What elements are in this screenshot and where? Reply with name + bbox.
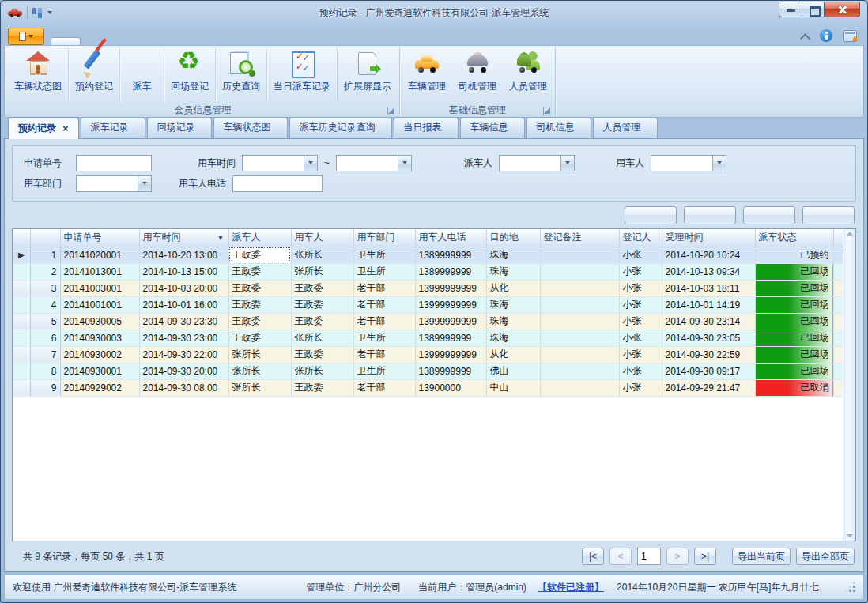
order-no-cell[interactable]: 20140930003 xyxy=(60,330,139,346)
department-cell[interactable]: 卫生所 xyxy=(353,247,415,263)
dispatcher-cell[interactable]: 王政委 xyxy=(228,313,291,330)
scroll-down-icon[interactable] xyxy=(847,534,853,538)
status-cell[interactable]: 已回场 xyxy=(755,363,833,379)
department-cell[interactable]: 老干部 xyxy=(353,280,415,296)
dispatcher-cell[interactable]: 王政委 xyxy=(228,263,291,280)
column-header[interactable]: 目的地 xyxy=(486,229,540,247)
order-no-cell[interactable]: 20140930005 xyxy=(60,313,139,330)
action-button[interactable] xyxy=(625,206,677,224)
use-time-cell[interactable]: 2014-09-30 20:00 xyxy=(139,363,228,379)
accept-time-cell[interactable]: 2014-10-13 09:34 xyxy=(662,263,755,280)
doc-tab[interactable]: 派车记录 xyxy=(81,117,145,138)
user-cell[interactable]: 王政委 xyxy=(291,296,353,313)
dialog-launcher-icon[interactable] xyxy=(387,107,395,115)
user-cell[interactable]: 王政委 xyxy=(291,346,353,363)
use-time-cell[interactable]: 2014-09-30 08:00 xyxy=(139,379,228,396)
dispatcher-cell[interactable]: 张所长 xyxy=(228,346,291,363)
chevron-down-icon[interactable] xyxy=(398,156,411,171)
ribbon-button[interactable]: 扩展屏显示 xyxy=(338,47,398,104)
phone-cell[interactable]: 1389999999 xyxy=(415,363,486,379)
sort-arrow-icon[interactable]: ▼ xyxy=(217,234,225,242)
use-time-cell[interactable]: 2014-09-30 23:00 xyxy=(139,330,228,346)
destination-cell[interactable]: 珠海 xyxy=(486,263,540,280)
doc-tab[interactable]: 人员管理 xyxy=(593,117,658,138)
accept-time-cell[interactable]: 2014-10-20 10:24 xyxy=(662,247,755,263)
doc-tab[interactable]: 预约记录 × xyxy=(8,117,79,139)
remark-cell[interactable] xyxy=(540,247,619,263)
scroll-up-icon[interactable] xyxy=(847,232,853,236)
remark-cell[interactable] xyxy=(540,263,619,280)
collapse-ribbon-icon[interactable] xyxy=(802,32,809,40)
status-cell[interactable]: 已预约 xyxy=(755,247,833,263)
dispatcher-cell[interactable]: 王政委 xyxy=(228,296,291,313)
chevron-down-icon[interactable] xyxy=(138,176,151,191)
resize-grip[interactable] xyxy=(846,582,855,592)
accept-time-cell[interactable]: 2014-09-30 22:59 xyxy=(662,346,755,363)
department-cell[interactable]: 卫生所 xyxy=(353,363,415,379)
phone-cell[interactable]: 13999999999 xyxy=(415,296,486,313)
status-cell[interactable]: 已回场 xyxy=(755,346,833,363)
table-row[interactable]: 4 20141001001 2014-10-01 16:00 王政委 王政委 老… xyxy=(13,296,843,313)
action-button[interactable] xyxy=(802,206,855,224)
next-page-button[interactable]: > xyxy=(666,548,689,565)
page-number-input[interactable] xyxy=(637,548,661,565)
ribbon-button[interactable]: 当日派车记录 xyxy=(267,47,338,104)
tab-close-icon[interactable]: × xyxy=(62,125,69,133)
user-cell[interactable]: 王政委 xyxy=(291,280,353,296)
dispatcher-cell[interactable]: 张所长 xyxy=(228,363,291,379)
ribbon-tab[interactable] xyxy=(81,37,111,45)
use-time-cell[interactable]: 2014-09-30 23:30 xyxy=(139,313,228,330)
dispatcher-cell[interactable]: 王政委 xyxy=(228,280,291,296)
registrar-cell[interactable]: 小张 xyxy=(619,263,662,280)
registrar-cell[interactable]: 小张 xyxy=(619,280,662,296)
column-header[interactable]: 登记人 xyxy=(619,229,662,247)
accept-time-cell[interactable]: 2014-09-30 23:14 xyxy=(662,313,755,330)
destination-cell[interactable]: 从化 xyxy=(486,280,540,296)
department-cell[interactable]: 卫生所 xyxy=(353,263,415,280)
ribbon-button[interactable]: 预约登记 xyxy=(69,47,120,104)
use-time-cell[interactable]: 2014-09-30 22:00 xyxy=(139,346,228,363)
order-no-input[interactable] xyxy=(76,155,152,171)
destination-cell[interactable]: 中山 xyxy=(486,379,540,396)
table-row[interactable]: 2 20141013001 2014-10-13 15:00 王政委 张所长 卫… xyxy=(13,263,843,280)
column-header[interactable]: 受理时间 xyxy=(662,229,755,247)
ribbon-button[interactable]: 历史查询 xyxy=(216,47,267,104)
column-header[interactable]: 派车人 xyxy=(228,229,291,247)
registrar-cell[interactable]: 小张 xyxy=(619,296,662,313)
department-cell[interactable]: 老干部 xyxy=(353,379,415,396)
remark-cell[interactable] xyxy=(540,330,619,346)
use-time-cell[interactable]: 2014-10-03 20:00 xyxy=(139,280,228,296)
status-cell[interactable]: 已取消 xyxy=(755,379,833,396)
user-cell[interactable]: 王政委 xyxy=(291,379,353,396)
layout-grid-icon[interactable] xyxy=(32,8,43,18)
user-cell[interactable]: 张所长 xyxy=(291,363,353,379)
use-time-cell[interactable]: 2014-10-13 15:00 xyxy=(139,263,228,280)
last-page-button[interactable]: >| xyxy=(694,548,716,565)
user-phone-input[interactable] xyxy=(232,175,323,192)
about-window-icon[interactable] xyxy=(843,30,857,42)
remark-cell[interactable] xyxy=(540,363,619,379)
prev-page-button[interactable]: < xyxy=(609,548,632,565)
dispatcher-cell[interactable]: 王政委 xyxy=(228,330,291,346)
order-no-cell[interactable]: 20140929002 xyxy=(60,379,139,396)
doc-tab[interactable]: 车辆信息 xyxy=(460,117,525,138)
doc-tab[interactable]: 派车历史记录查询 xyxy=(289,117,392,138)
table-row[interactable]: 3 20141003001 2014-10-03 20:00 王政委 王政委 老… xyxy=(13,280,843,296)
export-current-page-button[interactable]: 导出当前页 xyxy=(732,548,791,565)
user-cell[interactable]: 张所长 xyxy=(291,263,353,280)
order-no-cell[interactable]: 20141003001 xyxy=(60,280,139,296)
export-all-pages-button[interactable]: 导出全部页 xyxy=(796,548,855,565)
destination-cell[interactable]: 珠海 xyxy=(486,247,540,263)
ribbon-tab[interactable] xyxy=(51,37,81,45)
doc-tab[interactable]: 当日报表 xyxy=(394,117,459,138)
phone-cell[interactable]: 13999999999 xyxy=(415,346,486,363)
ribbon-button[interactable]: 派车 xyxy=(120,47,164,104)
column-header[interactable]: 派车状态 xyxy=(755,229,833,247)
registrar-cell[interactable]: 小张 xyxy=(619,313,662,330)
action-button[interactable] xyxy=(684,206,736,224)
phone-cell[interactable]: 13900000 xyxy=(415,379,486,396)
qat-dropdown-icon[interactable] xyxy=(47,11,52,14)
use-time-from-combo[interactable] xyxy=(242,155,318,171)
dispatcher-combo[interactable] xyxy=(499,155,575,171)
status-cell[interactable]: 已回场 xyxy=(755,263,833,280)
